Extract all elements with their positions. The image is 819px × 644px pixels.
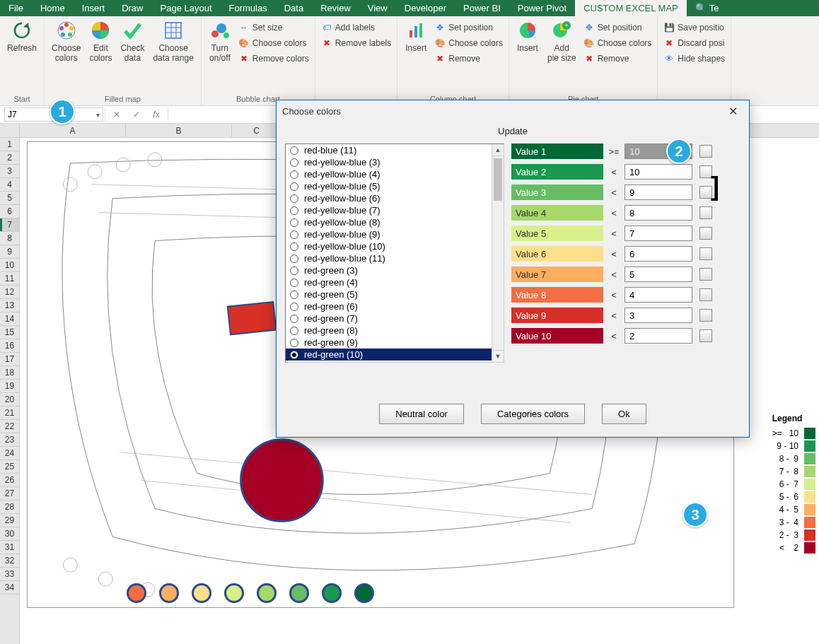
value-threshold-input[interactable]: 2 xyxy=(625,328,692,344)
tab-insert[interactable]: Insert xyxy=(74,0,114,16)
palette-option[interactable]: red-yellow-blue (3) xyxy=(286,156,504,168)
color-picker-button[interactable] xyxy=(699,227,712,240)
col-header-C[interactable]: C xyxy=(232,124,281,137)
color-picker-button[interactable] xyxy=(699,206,712,219)
row-header-27[interactable]: 27 xyxy=(0,487,19,500)
choose-data-range-button[interactable]: Choosedata range xyxy=(149,18,197,65)
palette-option[interactable]: red-yellow-blue (9) xyxy=(286,228,504,240)
palette-listbox[interactable]: red-blue (11)red-yellow-blue (3)red-yell… xyxy=(285,144,504,363)
remove-labels-button[interactable]: ✖Remove labels xyxy=(318,36,394,50)
tab-home[interactable]: Home xyxy=(32,0,74,16)
value-threshold-input[interactable]: 10 xyxy=(625,164,692,180)
palette-option[interactable]: red-green (8) xyxy=(286,324,504,336)
palette-option[interactable]: red-green (9) xyxy=(286,336,504,349)
row-header-22[interactable]: 22 xyxy=(0,420,19,433)
palette-option[interactable]: red-green (7) xyxy=(286,312,504,324)
row-header-23[interactable]: 23 xyxy=(0,433,19,447)
row-header-33[interactable]: 33 xyxy=(0,568,19,581)
remove-button[interactable]: ✖Remove xyxy=(431,52,506,66)
fx-icon[interactable]: fx xyxy=(146,110,166,119)
palette-option[interactable]: red-green (3) xyxy=(286,264,504,276)
choose-colors-button[interactable]: 🎨Choose colors xyxy=(431,36,506,50)
row-header-18[interactable]: 18 xyxy=(0,366,19,380)
tab-custom-excel-map[interactable]: CUSTOM EXCEL MAP xyxy=(575,0,687,16)
palette-option[interactable]: red-green (6) xyxy=(286,300,504,312)
save-positio-button[interactable]: 💾Save positio xyxy=(661,21,728,35)
dialog-titlebar[interactable]: Choose colors ✕ xyxy=(277,100,749,122)
cancel-formula-icon[interactable]: ✕ xyxy=(107,110,127,119)
tab-formulas[interactable]: Formulas xyxy=(221,0,276,16)
edit-colors-button[interactable]: Editcolors xyxy=(85,18,116,65)
value-threshold-input[interactable]: 9 xyxy=(625,185,692,200)
check-data-button[interactable]: Checkdata xyxy=(116,18,149,65)
select-all-corner[interactable] xyxy=(0,124,20,137)
tab-file[interactable]: File xyxy=(0,0,32,16)
set-size-button[interactable]: ↔Set size xyxy=(236,21,312,35)
row-header-12[interactable]: 12 xyxy=(0,286,19,299)
choose-colors-button[interactable]: 🎨Choose colors xyxy=(581,36,655,50)
tab-data[interactable]: Data xyxy=(276,0,312,16)
palette-option[interactable]: red-yellow-blue (5) xyxy=(286,180,504,192)
row-header-24[interactable]: 24 xyxy=(0,447,19,460)
row-header-29[interactable]: 29 xyxy=(0,514,19,527)
row-header-32[interactable]: 32 xyxy=(0,554,19,568)
choose-colors-button[interactable]: 🎨Choose colors xyxy=(236,36,312,50)
palette-option[interactable]: red-yellow-blue (10) xyxy=(286,240,504,252)
set-position-button[interactable]: ✥Set position xyxy=(431,21,506,35)
tab-power-pivot[interactable]: Power Pivot xyxy=(509,0,575,16)
scroll-down-icon[interactable]: ▼ xyxy=(492,350,504,362)
categories-colors-button[interactable]: Categories colors xyxy=(481,404,585,424)
palette-option[interactable]: red-green (4) xyxy=(286,276,504,288)
remove-button[interactable]: ✖Remove xyxy=(581,52,655,66)
palette-option[interactable]: red-green (5) xyxy=(286,288,504,300)
color-picker-button[interactable] xyxy=(699,288,712,301)
tab-page-layout[interactable]: Page Layout xyxy=(152,0,221,16)
row-header-13[interactable]: 13 xyxy=(0,299,19,312)
palette-option[interactable]: red-blue (11) xyxy=(286,144,504,156)
palette-scrollbar[interactable]: ▲ ▼ xyxy=(492,144,504,362)
row-header-26[interactable]: 26 xyxy=(0,474,19,487)
row-header-17[interactable]: 17 xyxy=(0,353,19,366)
scroll-thumb[interactable] xyxy=(494,158,502,201)
value-threshold-input[interactable]: 6 xyxy=(625,246,692,262)
accept-formula-icon[interactable]: ✓ xyxy=(127,110,146,119)
turn-on/off-button[interactable]: Turnon/off xyxy=(204,18,236,65)
row-header-19[interactable]: 19 xyxy=(0,380,19,393)
row-header-28[interactable]: 28 xyxy=(0,500,19,514)
row-header-8[interactable]: 8 xyxy=(0,232,19,245)
discard-posi-button[interactable]: ✖Discard posi xyxy=(661,36,728,50)
row-header-4[interactable]: 4 xyxy=(0,178,19,192)
color-picker-button[interactable] xyxy=(699,145,712,158)
row-header-7[interactable]: 7 xyxy=(0,218,19,232)
tab-draw[interactable]: Draw xyxy=(113,0,151,16)
row-header-10[interactable]: 10 xyxy=(0,259,19,272)
name-box-dropdown-icon[interactable]: ▾ xyxy=(96,111,100,119)
tell-me[interactable]: 🔍 Te xyxy=(687,0,728,16)
value-threshold-input[interactable]: 4 xyxy=(625,287,692,303)
color-picker-button[interactable] xyxy=(699,268,712,281)
row-header-16[interactable]: 16 xyxy=(0,339,19,353)
row-header-11[interactable]: 11 xyxy=(0,272,19,286)
insert-button[interactable]: Insert xyxy=(400,18,431,54)
ok-button[interactable]: Ok xyxy=(602,404,646,424)
col-header-B[interactable]: B xyxy=(126,124,232,137)
color-picker-button[interactable] xyxy=(699,309,712,322)
tab-developer[interactable]: Developer xyxy=(396,0,455,16)
row-header-9[interactable]: 9 xyxy=(0,245,19,259)
tab-view[interactable]: View xyxy=(359,0,396,16)
row-header-5[interactable]: 5 xyxy=(0,192,19,205)
row-header-6[interactable]: 6 xyxy=(0,205,19,218)
palette-option[interactable]: red-yellow-blue (7) xyxy=(286,204,504,216)
row-header-3[interactable]: 3 xyxy=(0,165,19,178)
add-labels-button[interactable]: 🏷Add labels xyxy=(318,21,394,35)
row-header-14[interactable]: 14 xyxy=(0,312,19,326)
hide-shapes-button[interactable]: 👁Hide shapes xyxy=(661,52,728,66)
row-header-2[interactable]: 2 xyxy=(0,151,19,165)
col-header-A[interactable]: A xyxy=(20,124,126,137)
row-header-20[interactable]: 20 xyxy=(0,393,19,406)
insert-button[interactable]: Insert xyxy=(512,18,543,54)
palette-option[interactable]: red-yellow-blue (6) xyxy=(286,192,504,204)
remove-colors-button[interactable]: ✖Remove colors xyxy=(236,52,312,66)
add-pie-size-button[interactable]: +Addpie size xyxy=(543,18,581,65)
choose-colors-button[interactable]: Choosecolors xyxy=(47,18,85,65)
